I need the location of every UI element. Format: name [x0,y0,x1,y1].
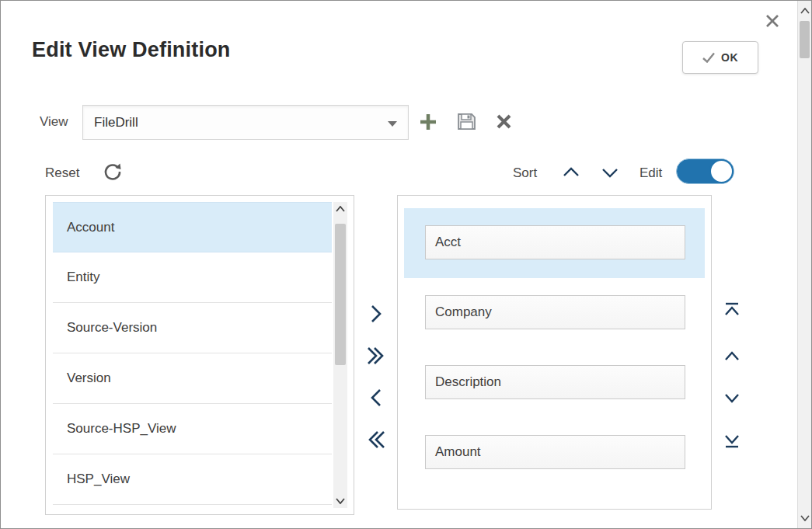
move-to-bottom-button[interactable] [722,431,742,451]
save-view-button[interactable] [456,111,477,132]
view-dropdown[interactable]: FileDrill [82,105,409,140]
list-item[interactable]: Entity [53,252,332,303]
edit-toggle[interactable] [676,158,734,184]
ok-button-label: OK [721,51,738,64]
sort-ascending-icon[interactable] [561,165,581,178]
list-item[interactable]: HSP_View [53,454,332,505]
scroll-up-icon[interactable] [333,202,347,216]
move-right-button[interactable] [364,302,388,325]
column-row[interactable]: Description [404,348,705,418]
ok-button[interactable]: OK [682,41,758,74]
move-down-button[interactable] [722,388,742,409]
list-item[interactable]: Source-Version [53,303,332,353]
column-row[interactable]: Company [404,278,705,348]
page-title: Edit View Definition [32,38,231,62]
list-scrollbar-thumb[interactable] [335,224,346,365]
move-up-button[interactable] [722,346,742,366]
scroll-down-icon[interactable] [333,494,347,508]
edit-toggle-knob [709,159,734,183]
list-scrollbar[interactable] [333,202,347,508]
move-all-right-button[interactable] [364,344,388,367]
list-item[interactable]: Version [53,353,332,404]
edit-view-definition-dialog: Edit View Definition OK View FileDrill R… [0,0,812,529]
move-to-top-button[interactable] [722,299,742,319]
add-view-button[interactable] [418,112,438,132]
window-scrollbar[interactable] [797,1,811,528]
move-all-left-button[interactable] [364,428,388,451]
column-field[interactable]: Acct [425,225,685,259]
available-dimensions-list: Account Entity Source-Version Version So… [45,195,354,515]
selected-columns-list: Acct Company Description Amount [397,195,712,510]
view-label: View [40,114,68,130]
sort-label: Sort [513,165,537,181]
reset-button-label[interactable]: Reset [45,165,79,181]
column-field[interactable]: Company [425,295,685,329]
list-item[interactable]: Source-HSP_View [53,404,332,454]
edit-label: Edit [639,165,662,181]
view-dropdown-value: FileDrill [94,115,138,131]
column-row[interactable]: Acct [404,208,705,278]
check-icon [702,52,715,63]
delete-view-button[interactable] [496,113,512,130]
list-item[interactable]: Account [53,202,332,252]
close-icon[interactable] [765,14,779,28]
column-field[interactable]: Amount [425,435,685,469]
column-field[interactable]: Description [425,365,685,399]
sort-descending-icon[interactable] [600,167,620,179]
column-row[interactable]: Amount [404,418,705,488]
scroll-up-icon[interactable] [798,4,811,18]
window-scrollbar-thumb[interactable] [800,21,810,58]
move-left-button[interactable] [364,386,388,409]
reset-icon[interactable] [102,161,124,183]
chevron-down-icon [388,121,397,127]
scroll-down-icon[interactable] [798,511,811,525]
